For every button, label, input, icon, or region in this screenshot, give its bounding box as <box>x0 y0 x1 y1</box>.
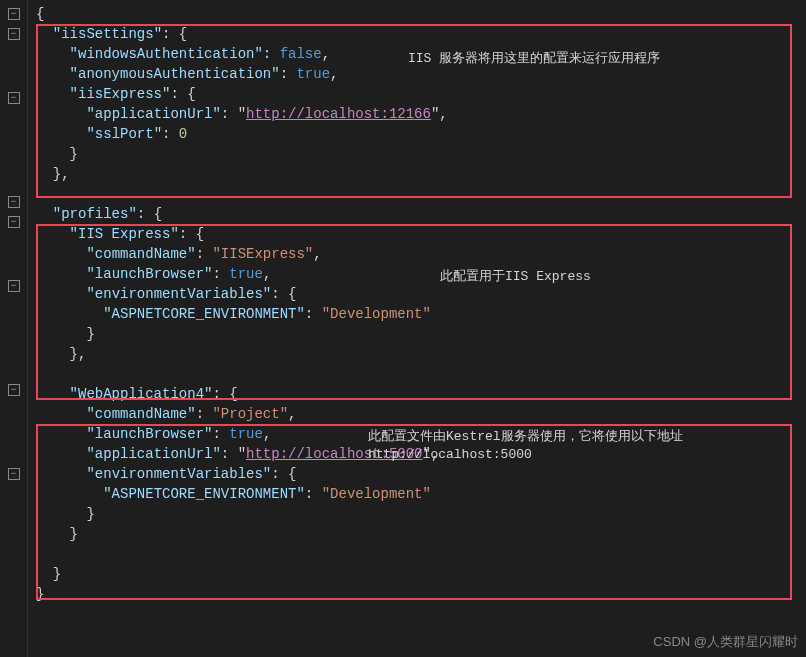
fold-gutter: − − − − − − − − <box>0 0 28 657</box>
json-brace: } <box>86 506 94 522</box>
json-punct: : { <box>271 286 296 302</box>
json-brace: }, <box>70 346 87 362</box>
json-key: "ASPNETCORE_ENVIRONMENT" <box>103 486 305 502</box>
json-key: "launchBrowser" <box>86 266 212 282</box>
json-string: "Project" <box>212 406 288 422</box>
annotation-3: 此配置文件由Kestrel服务器使用，它将使用以下地址 http://local… <box>368 428 683 464</box>
json-key: "anonymousAuthentication" <box>70 66 280 82</box>
fold-icon[interactable]: − <box>8 216 20 228</box>
json-brace: } <box>70 146 78 162</box>
json-key: "environmentVariables" <box>86 466 271 482</box>
json-string: "IISExpress" <box>212 246 313 262</box>
json-key: "windowsAuthentication" <box>70 46 263 62</box>
json-key: "WebApplication4" <box>70 386 213 402</box>
json-bool: true <box>229 266 263 282</box>
json-key: "IIS Express" <box>70 226 179 242</box>
json-punct: : { <box>137 206 162 222</box>
fold-icon[interactable]: − <box>8 468 20 480</box>
json-key: "ASPNETCORE_ENVIRONMENT" <box>103 306 305 322</box>
fold-icon[interactable]: − <box>8 92 20 104</box>
json-key: "launchBrowser" <box>86 426 212 442</box>
code-content[interactable]: { "iisSettings": { "windowsAuthenticatio… <box>28 0 806 657</box>
json-key: "iisSettings" <box>53 26 162 42</box>
json-punct: : { <box>271 466 296 482</box>
json-punct: : { <box>162 26 187 42</box>
json-bool: false <box>280 46 322 62</box>
json-brace: } <box>36 586 44 602</box>
code-editor: − − − − − − − − { "iisSettings": { "wind… <box>0 0 806 657</box>
json-key: "commandName" <box>86 406 195 422</box>
fold-icon[interactable]: − <box>8 8 20 20</box>
annotation-1: IIS 服务器将用这里的配置来运行应用程序 <box>408 50 660 68</box>
fold-icon[interactable]: − <box>8 280 20 292</box>
json-key: "profiles" <box>53 206 137 222</box>
json-punct: : { <box>179 226 204 242</box>
fold-icon[interactable]: − <box>8 384 20 396</box>
json-brace: } <box>86 326 94 342</box>
annotation-2: 此配置用于IIS Express <box>440 268 591 286</box>
fold-icon[interactable]: − <box>8 196 20 208</box>
json-bool: true <box>229 426 263 442</box>
json-number: 0 <box>179 126 187 142</box>
fold-icon[interactable]: − <box>8 28 20 40</box>
json-punct: : { <box>170 86 195 102</box>
json-key: "sslPort" <box>86 126 162 142</box>
annotation-3-line1: 此配置文件由Kestrel服务器使用，它将使用以下地址 <box>368 428 683 446</box>
json-brace: } <box>70 526 78 542</box>
url-link[interactable]: http://localhost:12166 <box>246 106 431 122</box>
json-brace: }, <box>53 166 70 182</box>
json-brace: { <box>36 6 44 22</box>
json-key: "environmentVariables" <box>86 286 271 302</box>
annotation-3-line2: http://localhost:5000 <box>368 446 683 464</box>
json-key: "applicationUrl" <box>86 446 220 462</box>
json-string: "Development" <box>322 306 431 322</box>
json-bool: true <box>296 66 330 82</box>
json-key: "commandName" <box>86 246 195 262</box>
watermark: CSDN @人类群星闪耀时 <box>653 633 798 651</box>
json-punct: : { <box>212 386 237 402</box>
json-string: "Development" <box>322 486 431 502</box>
json-brace: } <box>53 566 61 582</box>
json-key: "applicationUrl" <box>86 106 220 122</box>
json-key: "iisExpress" <box>70 86 171 102</box>
